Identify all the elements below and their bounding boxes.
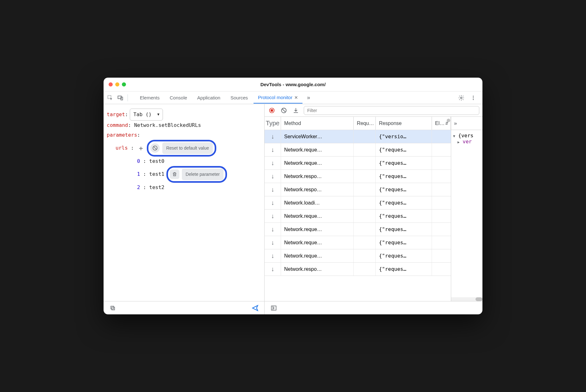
col-type[interactable]: Type: [265, 117, 281, 130]
svg-point-4: [473, 96, 474, 97]
more-details-tabs-icon[interactable]: »: [454, 120, 457, 127]
svg-rect-10: [111, 306, 114, 309]
reset-annotation: Reset to default value: [147, 140, 216, 157]
more-tabs-icon[interactable]: »: [304, 94, 313, 101]
tab-application[interactable]: Application: [193, 92, 225, 103]
cell-response: {"reques…: [376, 249, 432, 262]
col-method[interactable]: Method: [281, 117, 354, 130]
cell-type: ↓: [265, 223, 281, 236]
details-tabs: »: [451, 117, 482, 130]
minimize-window-button[interactable]: [115, 82, 119, 86]
col-response[interactable]: Response: [376, 117, 432, 130]
cell-type: ↓: [265, 143, 281, 156]
cell-elapsed: [432, 143, 451, 156]
kebab-menu-icon[interactable]: [469, 93, 478, 103]
device-toolbar-icon[interactable]: [116, 93, 125, 103]
disclosure-right-icon[interactable]: ▶: [457, 140, 460, 144]
resize-handle[interactable]: [447, 119, 450, 122]
svg-line-14: [282, 109, 285, 112]
cell-elapsed: [432, 130, 451, 143]
grid-body[interactable]: ↓ServiceWorker…{"versio…↓Network.reque…{…: [265, 130, 451, 301]
editor-footer: [104, 301, 264, 314]
add-item-button[interactable]: +: [137, 144, 145, 152]
table-row[interactable]: ↓Network.respo…{"reques…: [265, 170, 451, 183]
download-button[interactable]: [292, 106, 300, 115]
toggle-drawer-icon[interactable]: [269, 303, 278, 313]
svg-point-3: [461, 97, 462, 98]
urls-label: urls: [116, 143, 128, 153]
filter-input[interactable]: [304, 106, 479, 115]
tab-elements[interactable]: Elements: [135, 92, 164, 103]
no-entry-icon[interactable]: [150, 143, 160, 153]
cell-request: [354, 210, 376, 223]
disclosure-down-icon[interactable]: ▼: [453, 134, 455, 138]
delete-annotation: Delete parameter: [166, 166, 227, 183]
cell-response: {"reques…: [376, 223, 432, 236]
cell-elapsed: [432, 210, 451, 223]
cell-type: ↓: [265, 170, 281, 183]
tab-console[interactable]: Console: [165, 92, 192, 103]
grid-header: Type Method Requ… Response El…⇵: [265, 117, 451, 130]
devtools-window: DevTools - www.google.com/ Elements Cons…: [104, 78, 482, 314]
cell-response: {"versio…: [376, 130, 432, 143]
trash-icon[interactable]: [170, 169, 179, 179]
table-row[interactable]: ↓Network.reque…{"reques…: [265, 143, 451, 157]
url-value[interactable]: test0: [149, 157, 164, 166]
table-row[interactable]: ↓Network.reque…{"reques…: [265, 157, 451, 170]
cell-method: Network.respo…: [281, 170, 354, 183]
close-tab-icon[interactable]: ✕: [294, 95, 298, 100]
cell-request: [354, 170, 376, 183]
cell-elapsed: [432, 196, 451, 209]
inspect-icon[interactable]: [105, 93, 115, 103]
copy-icon[interactable]: [108, 303, 117, 313]
monitor-toolbar: [265, 104, 482, 117]
clear-button[interactable]: [280, 106, 288, 115]
zoom-window-button[interactable]: [122, 82, 126, 86]
table-row[interactable]: ↓Network.reque…{"reques…: [265, 249, 451, 263]
cell-type: ↓: [265, 210, 281, 223]
svg-rect-12: [271, 110, 273, 111]
table-row[interactable]: ↓Network.loadi…{"reques…: [265, 196, 451, 210]
table-row[interactable]: ↓Network.reque…{"reques…: [265, 236, 451, 249]
traffic-lights: [109, 82, 126, 86]
tab-sources[interactable]: Sources: [226, 92, 252, 103]
caret-down-icon: ▼: [157, 111, 159, 118]
col-request[interactable]: Requ…: [354, 117, 376, 130]
url-index: 2: [137, 183, 140, 192]
separator: [128, 94, 128, 101]
table-row[interactable]: ↓Network.reque…{"reques…: [265, 210, 451, 223]
content-area: target: Tab () ▼ command: Network.setBlo…: [104, 104, 482, 314]
cell-type: ↓: [265, 157, 281, 169]
details-sidebar: » ▼ {vers ▶ ver: [451, 117, 482, 301]
settings-icon[interactable]: [457, 93, 466, 103]
target-select-value: Tab (): [133, 110, 152, 119]
command-value: Network.setBlockedURLs: [134, 121, 201, 130]
horizontal-scrollbar[interactable]: [451, 297, 482, 301]
cell-method: Network.reque…: [281, 157, 354, 169]
url-value[interactable]: test1: [149, 169, 164, 179]
scroll-thumb[interactable]: [475, 297, 482, 301]
table-row[interactable]: ↓Network.respo…{"reques…: [265, 183, 451, 196]
send-button[interactable]: [250, 303, 260, 313]
cell-elapsed: [432, 223, 451, 236]
panel-tabs: Elements Console Application Sources Pro…: [135, 92, 313, 104]
url-value[interactable]: test2: [149, 183, 164, 192]
tab-protocol-monitor[interactable]: Protocol monitor ✕: [254, 92, 302, 104]
target-select[interactable]: Tab () ▼: [130, 109, 163, 121]
cell-request: [354, 263, 376, 276]
cell-type: ↓: [265, 183, 281, 196]
cell-type: ↓: [265, 263, 281, 276]
table-row[interactable]: ↓Network.reque…{"reques…: [265, 223, 451, 236]
cell-response: {"reques…: [376, 183, 432, 196]
target-label: target: [107, 110, 125, 119]
details-tree[interactable]: ▼ {vers ▶ ver: [451, 130, 482, 147]
cell-response: {"reques…: [376, 170, 432, 183]
record-button[interactable]: [268, 106, 276, 115]
cell-method: Network.reque…: [281, 223, 354, 236]
table-row[interactable]: ↓Network.respo…{"reques…: [265, 263, 451, 276]
cell-response: {"reques…: [376, 157, 432, 169]
cell-request: [354, 183, 376, 196]
cell-request: [354, 130, 376, 143]
close-window-button[interactable]: [109, 82, 113, 86]
table-row[interactable]: ↓ServiceWorker…{"versio…: [265, 130, 451, 143]
